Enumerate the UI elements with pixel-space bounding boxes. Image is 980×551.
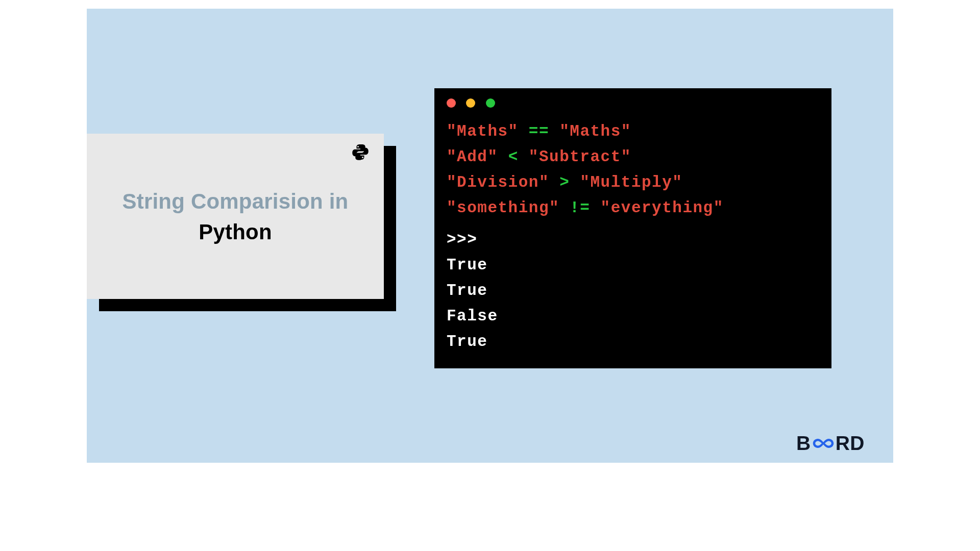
brand-b: B [796, 432, 811, 454]
slide-canvas: String Comparision in Python "Maths" == … [87, 9, 893, 463]
brand-rd: RD [836, 432, 865, 454]
python-icon [351, 143, 370, 163]
infinity-icon [811, 433, 836, 456]
terminal-window: "Maths" == "Maths" "Add" < "Subtract" "D… [434, 88, 831, 368]
title-line-2: Python [87, 221, 384, 243]
card-title: String Comparision in Python [87, 191, 384, 243]
stage: String Comparision in Python "Maths" == … [0, 0, 980, 551]
minimize-icon [466, 98, 475, 108]
close-icon [447, 98, 456, 108]
code-block: "Maths" == "Maths" "Add" < "Subtract" "D… [447, 119, 819, 355]
maximize-icon [486, 98, 495, 108]
window-controls [447, 98, 503, 110]
brand-logo: B RD [796, 432, 865, 456]
title-line-1: String Comparision in [87, 191, 384, 212]
title-card: String Comparision in Python [87, 134, 384, 299]
